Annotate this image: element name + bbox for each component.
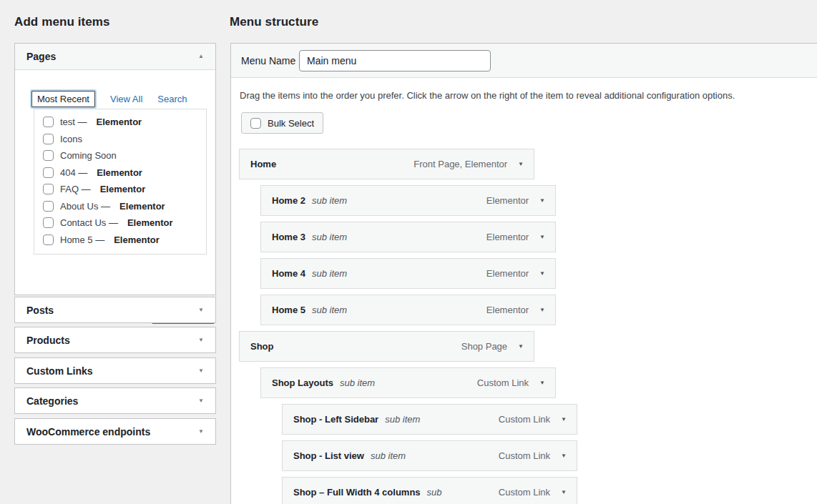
page-checklist-item[interactable]: Contact Us —Elementor xyxy=(34,214,206,232)
page-item-label-bold: Elementor xyxy=(97,167,142,178)
menu-item-sub-label: sub item xyxy=(385,414,420,425)
menu-item-sub-label: sub item xyxy=(371,450,406,461)
expand-triangle-icon[interactable]: ▼ xyxy=(198,307,204,313)
menu-name-band: Menu Name xyxy=(231,44,817,78)
menu-item-type-label: Custom Link xyxy=(499,487,550,498)
page-item-label-bold: Elementor xyxy=(114,234,160,245)
expand-triangle-icon[interactable]: ▼ xyxy=(198,337,204,343)
accordion-categories[interactable]: Categories ▼ xyxy=(14,387,216,414)
page-item-label: Contact Us — xyxy=(60,217,118,228)
checkbox[interactable] xyxy=(43,134,54,144)
page-checklist-item[interactable]: 404 —Elementor xyxy=(34,164,206,182)
menu-item-title: Shop - List view xyxy=(293,450,364,461)
menu-item-shop-left-sidebar[interactable]: Shop - Left Sidebar sub item Custom Link… xyxy=(282,404,577,435)
pages-tabs: Most Recent View All Search xyxy=(31,91,187,107)
menu-item-home-4[interactable]: Home 4 sub item Elementor ▼ xyxy=(260,258,556,289)
dropdown-arrow-icon[interactable]: ▼ xyxy=(561,490,567,495)
expand-triangle-icon[interactable]: ▼ xyxy=(198,368,204,374)
page-item-label: About Us — xyxy=(60,201,110,212)
accordion-woocommerce-endpoints[interactable]: WooCommerce endpoints ▼ xyxy=(14,418,216,445)
dropdown-arrow-icon[interactable]: ▼ xyxy=(539,307,545,313)
menu-item-title: Home xyxy=(250,159,276,169)
accordion-custom-links-title: Custom Links xyxy=(26,365,93,377)
menu-name-label: Menu Name xyxy=(241,55,295,66)
bulk-select-label: Bulk Select xyxy=(268,118,314,129)
page-checklist-item[interactable]: test —Elementor xyxy=(34,114,206,131)
menu-name-input[interactable] xyxy=(299,50,491,71)
drag-instruction-text: Drag the items into the order you prefer… xyxy=(240,90,735,101)
add-menu-items-heading: Add menu items xyxy=(14,15,110,29)
page-item-label: Home 5 — xyxy=(60,234,104,245)
page-checklist-item[interactable]: Coming Soon xyxy=(34,147,206,164)
menu-item-type-label: Elementor xyxy=(486,268,529,279)
tab-most-recent[interactable]: Most Recent xyxy=(31,91,95,107)
accordion-posts-title: Posts xyxy=(26,305,54,316)
bulk-select-toggle[interactable]: Bulk Select xyxy=(241,112,323,134)
page-item-label-bold: Elementor xyxy=(127,217,173,228)
pages-checklist: test —Elementor Icons Coming Soon 404 —E… xyxy=(34,109,207,255)
checkbox[interactable] xyxy=(43,150,54,161)
menu-item-sub-label: sub item xyxy=(312,268,347,279)
dropdown-arrow-icon[interactable]: ▼ xyxy=(539,234,545,240)
menu-item-title: Home 5 xyxy=(272,305,305,315)
dropdown-arrow-icon[interactable]: ▼ xyxy=(518,162,524,167)
menu-item-type-label: Elementor xyxy=(486,232,529,242)
dropdown-arrow-icon[interactable]: ▼ xyxy=(539,198,545,204)
dropdown-arrow-icon[interactable]: ▼ xyxy=(561,417,567,423)
accordion-pages-header[interactable]: Pages ▲ xyxy=(15,44,215,70)
accordion-products[interactable]: Products ▼ xyxy=(14,327,216,353)
checkbox[interactable] xyxy=(250,118,261,129)
menu-item-shop-layouts[interactable]: Shop Layouts sub item Custom Link ▼ xyxy=(260,367,556,398)
checkbox[interactable] xyxy=(43,201,54,212)
page-item-label: Icons xyxy=(60,134,82,144)
menu-item-type-label: Elementor xyxy=(486,305,529,315)
tab-view-all[interactable]: View All xyxy=(110,94,142,104)
accordion-pages-title: Pages xyxy=(26,51,56,62)
menu-item-title: Shop - Left Sidebar xyxy=(293,414,378,425)
menu-item-title: Shop xyxy=(250,341,274,352)
collapse-triangle-icon[interactable]: ▲ xyxy=(198,54,204,59)
menu-item-sub-label: sub item xyxy=(312,305,347,315)
accordion-posts[interactable]: Posts ▼ xyxy=(14,297,216,323)
dropdown-arrow-icon[interactable]: ▼ xyxy=(518,344,524,350)
page-checklist-item[interactable]: Icons xyxy=(34,131,206,148)
checkbox[interactable] xyxy=(43,217,54,228)
checkbox[interactable] xyxy=(43,184,54,194)
menu-item-type-label: Front Page, Elementor xyxy=(414,159,507,169)
checkbox[interactable] xyxy=(43,167,54,178)
dropdown-arrow-icon[interactable]: ▼ xyxy=(539,271,545,277)
checkbox[interactable] xyxy=(43,234,54,245)
page-checklist-item[interactable]: About Us —Elementor xyxy=(34,198,206,215)
menu-item-home-5[interactable]: Home 5 sub item Elementor ▼ xyxy=(260,295,556,325)
checkbox[interactable] xyxy=(43,117,54,127)
menu-item-shop-full-width-4-columns[interactable]: Shop – Full Width 4 columns sub Custom L… xyxy=(282,477,577,504)
page-checklist-item[interactable]: Home 5 —Elementor xyxy=(34,232,206,249)
accordion-custom-links[interactable]: Custom Links ▼ xyxy=(14,357,216,384)
page-item-label: test — xyxy=(60,117,87,127)
menu-item-home[interactable]: Home Front Page, Elementor ▼ xyxy=(239,149,534,179)
dropdown-arrow-icon[interactable]: ▼ xyxy=(561,453,567,459)
nav-menus-screen: Add menu items Menu structure Pages ▲ Mo… xyxy=(0,0,817,504)
menu-item-sub-label: sub xyxy=(427,487,442,498)
menu-item-title: Home 4 xyxy=(272,268,305,279)
page-item-label: 404 — xyxy=(60,167,87,178)
menu-item-title: Shop – Full Width 4 columns xyxy=(293,487,421,498)
menu-item-shop-list-view[interactable]: Shop - List view sub item Custom Link ▼ xyxy=(282,440,577,471)
page-item-label-bold: Elementor xyxy=(119,201,165,212)
page-checklist-item[interactable]: FAQ —Elementor xyxy=(34,181,206,198)
page-item-label: Coming Soon xyxy=(60,150,117,161)
page-item-label-bold: Elementor xyxy=(100,184,146,194)
accordion-categories-title: Categories xyxy=(26,395,78,407)
menu-structure-heading: Menu structure xyxy=(230,15,318,29)
menu-item-sub-label: sub item xyxy=(340,377,375,388)
dropdown-arrow-icon[interactable]: ▼ xyxy=(539,380,545,386)
accordion-woocommerce-endpoints-title: WooCommerce endpoints xyxy=(26,426,150,438)
menu-item-type-label: Custom Link xyxy=(499,450,550,461)
expand-triangle-icon[interactable]: ▼ xyxy=(198,398,204,404)
menu-item-shop[interactable]: Shop Shop Page ▼ xyxy=(239,331,534,362)
menu-item-home-2[interactable]: Home 2 sub item Elementor ▼ xyxy=(260,185,556,216)
expand-triangle-icon[interactable]: ▼ xyxy=(198,429,204,435)
menu-item-home-3[interactable]: Home 3 sub item Elementor ▼ xyxy=(260,222,556,252)
menu-item-title: Home 2 xyxy=(272,195,305,206)
tab-search[interactable]: Search xyxy=(157,94,187,104)
